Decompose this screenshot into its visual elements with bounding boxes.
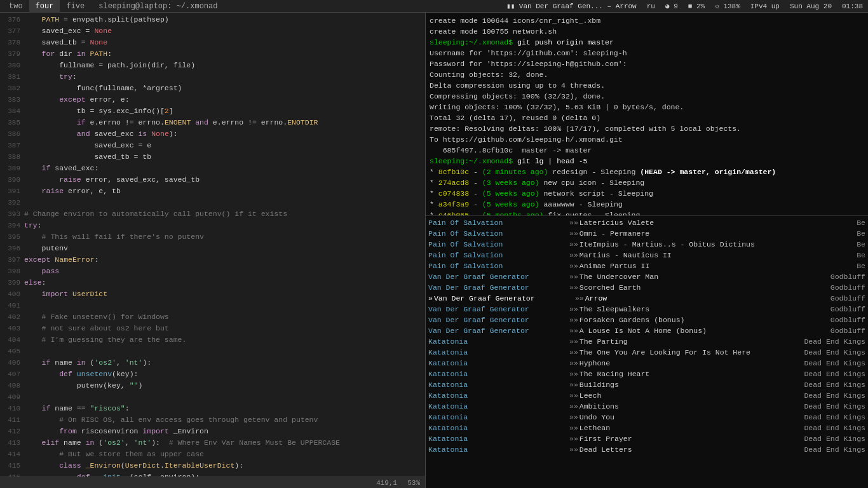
list-item: 685f497..8cfb10c master -> master: [430, 145, 864, 156]
topbar: two four five sleeping@laptop: ~/.xmonad…: [0, 0, 868, 13]
editor-status-bar: 419,1 53%: [0, 477, 425, 488]
table-row: 416 def __init__(self, environ):: [0, 471, 425, 477]
list-item: * a34f3a9 - (5 weeks ago) aaawwww - Slee…: [430, 199, 864, 210]
list-item: Password for 'https://sleeping-h@github.…: [430, 58, 864, 69]
table-row: 396 putenv: [0, 243, 425, 254]
list-item: Katatonia »» Dead Letters Dead End Kings: [426, 444, 868, 455]
list-item: create mode 100644 icons/cnr_right_.xbm: [430, 15, 864, 26]
table-row: 404 # I'm guessing they are the same.: [0, 334, 425, 346]
list-item: Katatonia »» The Racing Heart Dead End K…: [426, 369, 868, 379]
now-playing: ▮▮ Van Der Graaf Gen... – Arrow: [504, 2, 639, 10]
list-item: create mode 100755 network.sh: [430, 26, 864, 37]
table-row: 410 if name == "riscos":: [0, 403, 425, 414]
table-row: 391 raise error, e, tb: [0, 186, 425, 197]
list-item: Katatonia »» Buildings Dead End Kings: [426, 379, 868, 390]
table-row: 382 func(fullname, *argrest): [0, 83, 425, 94]
list-item: Pain Of Salvation »» Omni - Permanere Be: [426, 228, 868, 239]
list-item: Username for 'https://github.com': sleep…: [430, 48, 864, 58]
table-row: 403 # not sure about os2 here but: [0, 323, 425, 334]
list-item: * c074838 - (5 weeks ago) network script…: [430, 188, 864, 199]
list-item: sleeping:~/.xmonad$ git lg | head -5: [430, 156, 864, 166]
table-row: 392: [0, 197, 425, 208]
list-item: * 274acd8 - (3 weeks ago) new cpu icon -…: [430, 177, 864, 188]
list-item: * c46b065 - (5 months ago) fix quotes - …: [430, 210, 864, 216]
table-row: 406 if name in ('os2', 'nt'):: [0, 357, 425, 369]
list-item: Total 32 (delta 17), reused 0 (delta 0): [430, 112, 864, 123]
topbar-network: IPv4 up: [748, 3, 782, 10]
right-panel: create mode 100644 icons/cnr_right_.xbm …: [426, 13, 868, 488]
scroll-percent: 53%: [407, 479, 420, 487]
list-item: Pain Of Salvation »» Latericius Valete B…: [426, 217, 868, 228]
table-row: 405: [0, 346, 425, 357]
table-row: 414 # But we store them as upper case: [0, 449, 425, 460]
table-row: 401: [0, 300, 425, 311]
topbar-path: sleeping@laptop: ~/.xmonad: [91, 2, 504, 11]
table-row: 384 tb = sys.exc_info()[2]: [0, 105, 425, 117]
list-item: * 8cfb10c - (2 minutes ago) redesign - S…: [430, 166, 864, 177]
table-row: 407 def unsetenv(key):: [0, 369, 425, 380]
table-row: 385 if e.errno != errno.ENOENT and e.err…: [0, 117, 425, 128]
table-row: 398 pass: [0, 266, 425, 277]
table-row: 395 # This will fail if there's no puten…: [0, 231, 425, 243]
table-row: 397 except NameError:: [0, 254, 425, 266]
table-row: 389 if saved_exc:: [0, 163, 425, 174]
table-row: 378 saved_tb = None: [0, 37, 425, 48]
table-row: 394 try:: [0, 220, 425, 231]
list-item-playing: » Van Der Graaf Generator »» Arrow Godbl…: [426, 293, 868, 304]
table-row: 415 class _Environ(UserDict.IterableUser…: [0, 460, 425, 471]
list-item: Katatonia »» The Parting Dead End Kings: [426, 336, 868, 347]
table-row: 409: [0, 391, 425, 403]
table-row: 413 elif name in ('os2', 'nt'): # Where …: [0, 437, 425, 449]
code-content: 376 PATH = envpath.split(pathsep) 377 sa…: [0, 13, 425, 477]
list-item: Van Der Graaf Generator »» A Louse Is No…: [426, 325, 868, 336]
list-item: remote: Resolving deltas: 100% (17/17), …: [430, 123, 864, 134]
list-item: Van Der Graaf Generator »» Forsaken Gard…: [426, 315, 868, 325]
table-row: 399 else:: [0, 277, 425, 288]
table-row: 376 PATH = envpath.split(pathsep): [0, 14, 425, 25]
topbar-battery: ■ 2%: [686, 3, 707, 10]
table-row: 408 putenv(key, ""): [0, 380, 425, 391]
table-row: 380 fullname = path.join(dir, file): [0, 60, 425, 71]
terminal[interactable]: create mode 100644 icons/cnr_right_.xbm …: [426, 13, 868, 216]
table-row: 386 and saved_exc is None):: [0, 128, 425, 140]
table-row: 377 saved_exc = None: [0, 25, 425, 37]
table-row: 400 import UserDict: [0, 288, 425, 300]
list-item: Pain Of Salvation »» IteImpius - Martius…: [426, 239, 868, 250]
table-row: 411 # On RISC OS, all env access goes th…: [0, 414, 425, 426]
tab-five[interactable]: five: [60, 0, 91, 13]
list-item: Katatonia »» Leech Dead End Kings: [426, 390, 868, 401]
table-row: 393 # Change environ to automatically ca…: [0, 208, 425, 220]
cursor-position: 419,1: [376, 479, 397, 487]
table-row: 402 # Fake unsetenv() for Windows: [0, 311, 425, 323]
list-item: Katatonia »» First Prayer Dead End Kings: [426, 433, 868, 444]
topbar-time: 01:38: [839, 3, 865, 10]
main-area: 376 PATH = envpath.split(pathsep) 377 sa…: [0, 13, 868, 488]
list-item: Compressing objects: 100% (32/32), done.: [430, 91, 864, 102]
list-item: Katatonia »» The One You Are Looking For…: [426, 347, 868, 358]
list-item: Counting objects: 32, done.: [430, 69, 864, 80]
topbar-lang: ru: [644, 3, 658, 10]
table-row: 387 saved_exc = e: [0, 140, 425, 151]
topbar-date: Sun Aug 20: [787, 3, 834, 10]
list-item: sleeping:~/.xmonad$ git push origin mast…: [430, 37, 864, 48]
list-item: Writing objects: 100% (32/32), 5.63 KiB …: [430, 102, 864, 112]
list-item: Katatonia »» Hyphone Dead End Kings: [426, 358, 868, 369]
list-item: Van Der Graaf Generator »» The Undercove…: [426, 271, 868, 282]
tab-two[interactable]: two: [3, 0, 29, 13]
table-row: 412 from riscosenviron import _Environ: [0, 426, 425, 437]
list-item: Delta compression using up to 4 threads.: [430, 80, 864, 91]
music-playlist: Pain Of Salvation »» Latericius Valete B…: [426, 216, 868, 488]
table-row: 383 except error, e:: [0, 94, 425, 105]
code-editor: 376 PATH = envpath.split(pathsep) 377 sa…: [0, 13, 426, 488]
list-item: Pain Of Salvation »» Martius - Nauticus …: [426, 250, 868, 261]
table-row: 379 for dir in PATH:: [0, 48, 425, 60]
list-item: Katatonia »» Lethean Dead End Kings: [426, 423, 868, 433]
topbar-brightness: ☼ 138%: [712, 3, 743, 10]
topbar-right: ▮▮ Van Der Graaf Gen... – Arrow ru ◕ 9 ■…: [504, 2, 865, 10]
list-item: Katatonia »» Undo You Dead End Kings: [426, 412, 868, 423]
list-item: Pain Of Salvation »» Animae Partus II Be: [426, 261, 868, 271]
table-row: 388 saved_tb = tb: [0, 151, 425, 163]
tab-four[interactable]: four: [29, 0, 60, 13]
list-item: Katatonia »» Ambitions Dead End Kings: [426, 401, 868, 412]
table-row: 390 raise error, saved_exc, saved_tb: [0, 174, 425, 186]
